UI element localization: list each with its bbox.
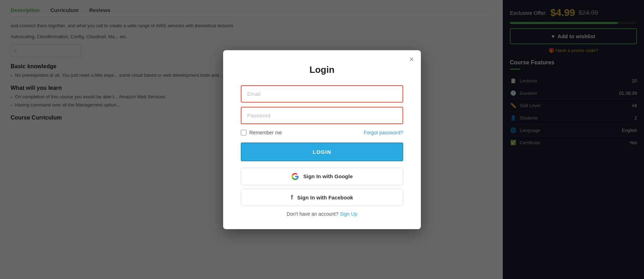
- login-button[interactable]: LOGIN: [241, 143, 403, 161]
- signup-link[interactable]: Sign Up: [340, 211, 357, 217]
- login-modal: × Login Remember me Forgot password? LOG…: [223, 50, 421, 229]
- remember-me-label[interactable]: Remember me: [241, 130, 282, 135]
- google-signin-label: Sign In with Google: [303, 173, 353, 179]
- no-account-text: Don't have an account?: [287, 211, 339, 217]
- google-signin-button[interactable]: Sign In with Google: [241, 168, 403, 185]
- facebook-icon: f: [291, 194, 293, 201]
- remember-me-checkbox[interactable]: [241, 130, 246, 135]
- facebook-signin-label: Sign In with Facebook: [297, 194, 353, 200]
- signup-text: Don't have an account? Sign Up: [241, 211, 403, 217]
- password-field[interactable]: [241, 107, 403, 124]
- email-field[interactable]: [241, 85, 403, 103]
- modal-title: Login: [241, 64, 403, 75]
- modal-overlay: × Login Remember me Forgot password? LOG…: [0, 0, 644, 279]
- close-button[interactable]: ×: [409, 56, 414, 63]
- remember-forgot-row: Remember me Forgot password?: [241, 130, 403, 135]
- remember-me-text: Remember me: [249, 130, 282, 135]
- forgot-password-link[interactable]: Forgot password?: [364, 130, 403, 135]
- facebook-signin-button[interactable]: f Sign In with Facebook: [241, 189, 403, 206]
- google-icon: [291, 173, 299, 180]
